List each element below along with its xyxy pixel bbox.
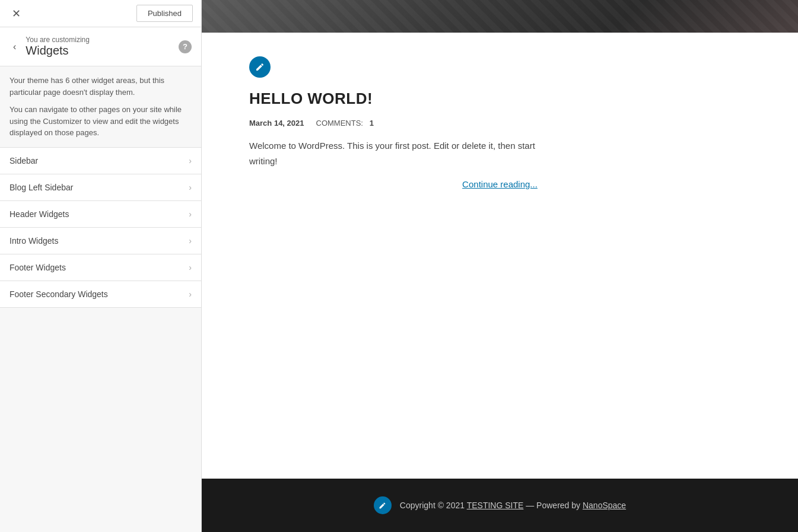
comments-label-text: COMMENTS: 1 <box>316 119 374 128</box>
comments-label: COMMENTS: <box>316 119 363 128</box>
footer-separator: — Powered by <box>523 501 583 510</box>
widget-areas-list: Sidebar›Blog Left Sidebar›Header Widgets… <box>0 148 201 533</box>
widget-area-item[interactable]: Footer Secondary Widgets› <box>0 281 201 308</box>
hero-image <box>202 0 798 33</box>
widget-area-item[interactable]: Sidebar› <box>0 148 201 174</box>
footer-site-name[interactable]: TESTING SITE <box>467 501 524 510</box>
widget-area-label: Footer Secondary Widgets <box>9 289 108 299</box>
widget-area-item[interactable]: Intro Widgets› <box>0 228 201 254</box>
close-button[interactable]: ✕ <box>8 5 24 23</box>
footer-theme-name[interactable]: NanoSpace <box>583 501 626 510</box>
main-content: HELLO WORLD! March 14, 2021 COMMENTS: 1 … <box>202 33 798 479</box>
chevron-right-icon: › <box>189 289 192 299</box>
widget-area-item[interactable]: Blog Left Sidebar› <box>0 174 201 201</box>
continue-reading-link[interactable]: Continue reading... <box>249 179 751 189</box>
panel-header: ‹ You are customizing Widgets ? <box>0 27 201 66</box>
customizing-label: You are customizing <box>26 36 90 44</box>
chevron-right-icon: › <box>189 209 192 219</box>
edit-post-button[interactable] <box>249 56 271 78</box>
widget-area-label: Blog Left Sidebar <box>9 183 73 192</box>
footer-text: Copyright © 2021 TESTING SITE — Powered … <box>400 501 626 510</box>
widget-area-label: Sidebar <box>9 156 38 165</box>
back-button[interactable]: ‹ <box>9 40 20 53</box>
footer-pencil-icon <box>379 502 386 509</box>
widget-area-item[interactable]: Footer Widgets› <box>0 254 201 281</box>
chevron-right-icon: › <box>189 156 192 165</box>
footer-copyright: Copyright © 2021 <box>400 501 467 510</box>
preview-footer: Copyright © 2021 TESTING SITE — Powered … <box>202 479 798 532</box>
post-date: March 14, 2021 <box>249 119 304 128</box>
widget-area-label: Intro Widgets <box>9 236 58 246</box>
widget-area-label: Header Widgets <box>9 209 69 219</box>
chevron-right-icon: › <box>189 236 192 246</box>
close-icon: ✕ <box>12 8 21 20</box>
chevron-right-icon: › <box>189 263 192 272</box>
widgets-title: Widgets <box>26 44 90 58</box>
post-title: HELLO WORLD! <box>249 90 751 108</box>
published-button[interactable]: Published <box>136 5 193 22</box>
post-meta: March 14, 2021 COMMENTS: 1 <box>249 119 751 128</box>
panel-title-group: You are customizing Widgets <box>26 36 90 58</box>
panel-header-left: ‹ You are customizing Widgets <box>9 36 179 58</box>
info-section: Your theme has 6 other widget areas, but… <box>0 66 201 148</box>
post-excerpt: Welcome to WordPress. This is your first… <box>249 138 546 168</box>
help-button[interactable]: ? <box>179 40 192 53</box>
info-paragraph-1: Your theme has 6 other widget areas, but… <box>9 75 192 98</box>
footer-edit-icon <box>374 496 392 514</box>
info-paragraph-2: You can navigate to other pages on your … <box>9 104 192 139</box>
widget-area-item[interactable]: Header Widgets› <box>0 201 201 228</box>
preview-panel: HELLO WORLD! March 14, 2021 COMMENTS: 1 … <box>202 0 798 532</box>
back-icon: ‹ <box>13 42 16 52</box>
pencil-icon <box>255 62 265 72</box>
top-bar: ✕ Published <box>0 0 201 27</box>
widget-area-label: Footer Widgets <box>9 263 66 272</box>
customizer-panel: ✕ Published ‹ You are customizing Widget… <box>0 0 202 532</box>
comments-count: 1 <box>370 119 374 128</box>
chevron-right-icon: › <box>189 183 192 192</box>
